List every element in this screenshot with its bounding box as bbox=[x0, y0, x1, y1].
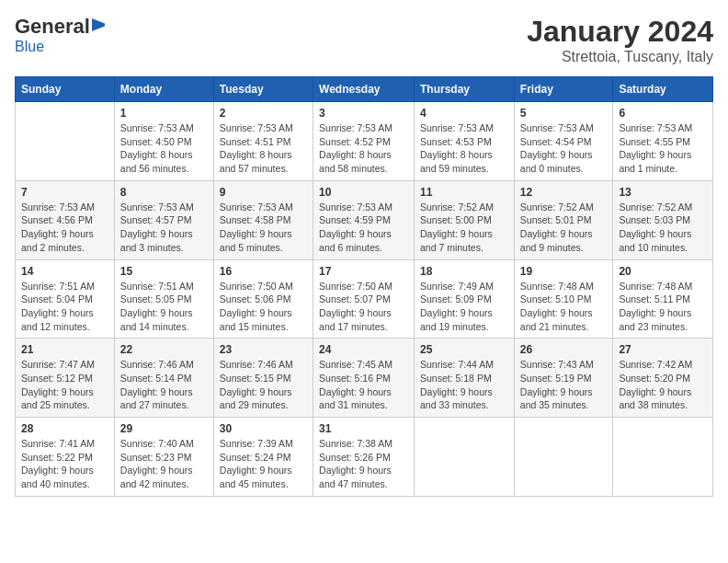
calendar-cell bbox=[415, 418, 515, 497]
day-info: Sunrise: 7:51 AM Sunset: 5:05 PM Dayligh… bbox=[120, 280, 208, 334]
logo: General Blue bbox=[15, 15, 105, 55]
calendar-week-row: 14Sunrise: 7:51 AM Sunset: 5:04 PM Dayli… bbox=[16, 259, 713, 339]
calendar-cell: 24Sunrise: 7:45 AM Sunset: 5:16 PM Dayli… bbox=[313, 339, 415, 418]
day-info: Sunrise: 7:53 AM Sunset: 4:50 PM Dayligh… bbox=[120, 121, 208, 176]
day-number: 10 bbox=[319, 186, 408, 199]
day-info: Sunrise: 7:40 AM Sunset: 5:23 PM Dayligh… bbox=[120, 437, 208, 491]
calendar-cell: 26Sunrise: 7:43 AM Sunset: 5:19 PM Dayli… bbox=[514, 339, 613, 418]
logo-arrow-icon bbox=[92, 18, 105, 31]
page-header: General Blue January 2024 Strettoia, Tus… bbox=[15, 15, 713, 65]
calendar-cell bbox=[16, 102, 115, 181]
weekday-header-friday: Friday bbox=[514, 77, 613, 102]
weekday-header-tuesday: Tuesday bbox=[213, 77, 313, 102]
calendar-cell: 21Sunrise: 7:47 AM Sunset: 5:12 PM Dayli… bbox=[16, 339, 115, 418]
day-number: 8 bbox=[120, 186, 208, 199]
day-number: 16 bbox=[220, 265, 307, 278]
day-info: Sunrise: 7:38 AM Sunset: 5:26 PM Dayligh… bbox=[319, 437, 408, 491]
day-number: 29 bbox=[120, 422, 208, 435]
weekday-header-row: SundayMondayTuesdayWednesdayThursdayFrid… bbox=[16, 77, 713, 102]
day-number: 17 bbox=[319, 265, 408, 278]
calendar-cell: 25Sunrise: 7:44 AM Sunset: 5:18 PM Dayli… bbox=[415, 339, 515, 418]
calendar-cell: 28Sunrise: 7:41 AM Sunset: 5:22 PM Dayli… bbox=[16, 418, 115, 497]
calendar-cell: 12Sunrise: 7:52 AM Sunset: 5:01 PM Dayli… bbox=[514, 180, 613, 259]
day-info: Sunrise: 7:39 AM Sunset: 5:24 PM Dayligh… bbox=[220, 437, 307, 491]
day-info: Sunrise: 7:43 AM Sunset: 5:19 PM Dayligh… bbox=[520, 358, 608, 412]
calendar-cell: 16Sunrise: 7:50 AM Sunset: 5:06 PM Dayli… bbox=[213, 259, 313, 339]
calendar-cell: 11Sunrise: 7:52 AM Sunset: 5:00 PM Dayli… bbox=[415, 180, 515, 259]
calendar-cell: 1Sunrise: 7:53 AM Sunset: 4:50 PM Daylig… bbox=[114, 102, 213, 181]
day-info: Sunrise: 7:44 AM Sunset: 5:18 PM Dayligh… bbox=[420, 358, 508, 412]
calendar-cell bbox=[514, 418, 613, 497]
day-number: 24 bbox=[319, 343, 408, 356]
day-info: Sunrise: 7:53 AM Sunset: 4:52 PM Dayligh… bbox=[319, 121, 408, 176]
day-info: Sunrise: 7:42 AM Sunset: 5:20 PM Dayligh… bbox=[619, 358, 707, 412]
day-number: 27 bbox=[619, 343, 707, 356]
calendar-cell bbox=[613, 418, 713, 497]
day-number: 19 bbox=[520, 265, 608, 278]
calendar-week-row: 21Sunrise: 7:47 AM Sunset: 5:12 PM Dayli… bbox=[16, 339, 713, 418]
calendar-cell: 23Sunrise: 7:46 AM Sunset: 5:15 PM Dayli… bbox=[213, 339, 313, 418]
day-number: 30 bbox=[220, 422, 307, 435]
calendar-week-row: 7Sunrise: 7:53 AM Sunset: 4:56 PM Daylig… bbox=[16, 180, 713, 259]
day-info: Sunrise: 7:53 AM Sunset: 4:56 PM Dayligh… bbox=[21, 201, 108, 255]
day-info: Sunrise: 7:50 AM Sunset: 5:06 PM Dayligh… bbox=[220, 280, 307, 334]
day-info: Sunrise: 7:53 AM Sunset: 4:58 PM Dayligh… bbox=[220, 201, 307, 255]
weekday-header-saturday: Saturday bbox=[613, 77, 713, 102]
day-info: Sunrise: 7:52 AM Sunset: 5:03 PM Dayligh… bbox=[619, 201, 707, 255]
calendar-cell: 6Sunrise: 7:53 AM Sunset: 4:55 PM Daylig… bbox=[613, 102, 713, 181]
calendar-week-row: 28Sunrise: 7:41 AM Sunset: 5:22 PM Dayli… bbox=[16, 418, 713, 497]
page-subtitle: Strettoia, Tuscany, Italy bbox=[527, 49, 713, 65]
day-number: 6 bbox=[619, 107, 707, 120]
day-info: Sunrise: 7:41 AM Sunset: 5:22 PM Dayligh… bbox=[21, 437, 108, 491]
day-info: Sunrise: 7:52 AM Sunset: 5:00 PM Dayligh… bbox=[420, 201, 508, 255]
day-info: Sunrise: 7:53 AM Sunset: 4:51 PM Dayligh… bbox=[220, 121, 307, 176]
calendar-cell: 15Sunrise: 7:51 AM Sunset: 5:05 PM Dayli… bbox=[114, 259, 213, 339]
day-number: 5 bbox=[520, 107, 608, 120]
day-info: Sunrise: 7:46 AM Sunset: 5:14 PM Dayligh… bbox=[120, 358, 208, 412]
calendar-cell: 2Sunrise: 7:53 AM Sunset: 4:51 PM Daylig… bbox=[213, 102, 313, 181]
day-number: 18 bbox=[420, 265, 508, 278]
calendar-cell: 17Sunrise: 7:50 AM Sunset: 5:07 PM Dayli… bbox=[313, 259, 415, 339]
calendar-cell: 7Sunrise: 7:53 AM Sunset: 4:56 PM Daylig… bbox=[16, 180, 115, 259]
weekday-header-sunday: Sunday bbox=[16, 77, 115, 102]
day-info: Sunrise: 7:50 AM Sunset: 5:07 PM Dayligh… bbox=[319, 280, 408, 334]
day-info: Sunrise: 7:53 AM Sunset: 4:55 PM Dayligh… bbox=[619, 121, 707, 176]
day-number: 1 bbox=[120, 107, 208, 120]
calendar-cell: 19Sunrise: 7:48 AM Sunset: 5:10 PM Dayli… bbox=[514, 259, 613, 339]
calendar-cell: 3Sunrise: 7:53 AM Sunset: 4:52 PM Daylig… bbox=[313, 102, 415, 181]
day-number: 2 bbox=[220, 107, 307, 120]
weekday-header-wednesday: Wednesday bbox=[313, 77, 415, 102]
calendar-cell: 13Sunrise: 7:52 AM Sunset: 5:03 PM Dayli… bbox=[613, 180, 713, 259]
calendar-cell: 10Sunrise: 7:53 AM Sunset: 4:59 PM Dayli… bbox=[313, 180, 415, 259]
day-number: 21 bbox=[21, 343, 108, 356]
weekday-header-monday: Monday bbox=[114, 77, 213, 102]
calendar-cell: 18Sunrise: 7:49 AM Sunset: 5:09 PM Dayli… bbox=[415, 259, 515, 339]
day-number: 15 bbox=[120, 265, 208, 278]
day-info: Sunrise: 7:47 AM Sunset: 5:12 PM Dayligh… bbox=[21, 358, 108, 412]
day-info: Sunrise: 7:53 AM Sunset: 4:53 PM Dayligh… bbox=[420, 121, 508, 176]
day-info: Sunrise: 7:52 AM Sunset: 5:01 PM Dayligh… bbox=[520, 201, 608, 255]
day-number: 25 bbox=[420, 343, 508, 356]
day-info: Sunrise: 7:45 AM Sunset: 5:16 PM Dayligh… bbox=[319, 358, 408, 412]
day-number: 28 bbox=[21, 422, 108, 435]
day-info: Sunrise: 7:51 AM Sunset: 5:04 PM Dayligh… bbox=[21, 280, 108, 334]
calendar-cell: 30Sunrise: 7:39 AM Sunset: 5:24 PM Dayli… bbox=[213, 418, 313, 497]
calendar-cell: 14Sunrise: 7:51 AM Sunset: 5:04 PM Dayli… bbox=[16, 259, 115, 339]
calendar-cell: 31Sunrise: 7:38 AM Sunset: 5:26 PM Dayli… bbox=[313, 418, 415, 497]
day-number: 3 bbox=[319, 107, 408, 120]
calendar-cell: 4Sunrise: 7:53 AM Sunset: 4:53 PM Daylig… bbox=[415, 102, 515, 181]
day-number: 23 bbox=[220, 343, 307, 356]
day-info: Sunrise: 7:48 AM Sunset: 5:11 PM Dayligh… bbox=[619, 280, 707, 334]
day-info: Sunrise: 7:46 AM Sunset: 5:15 PM Dayligh… bbox=[220, 358, 307, 412]
logo-general-text: General bbox=[15, 15, 90, 39]
calendar-table: SundayMondayTuesdayWednesdayThursdayFrid… bbox=[15, 76, 713, 497]
logo-blue-text: Blue bbox=[15, 39, 44, 55]
title-section: January 2024 Strettoia, Tuscany, Italy bbox=[527, 15, 713, 65]
weekday-header-thursday: Thursday bbox=[415, 77, 515, 102]
calendar-cell: 8Sunrise: 7:53 AM Sunset: 4:57 PM Daylig… bbox=[114, 180, 213, 259]
day-number: 26 bbox=[520, 343, 608, 356]
day-info: Sunrise: 7:49 AM Sunset: 5:09 PM Dayligh… bbox=[420, 280, 508, 334]
day-number: 14 bbox=[21, 265, 108, 278]
calendar-cell: 27Sunrise: 7:42 AM Sunset: 5:20 PM Dayli… bbox=[613, 339, 713, 418]
day-info: Sunrise: 7:53 AM Sunset: 4:54 PM Dayligh… bbox=[520, 121, 608, 176]
